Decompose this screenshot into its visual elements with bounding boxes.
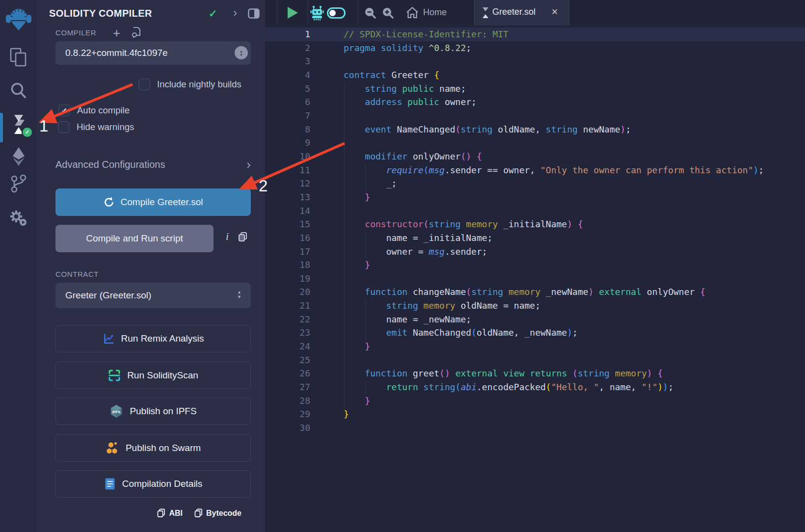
compile-button[interactable]: Compile Greeter.sol — [55, 188, 251, 216]
code-line[interactable]: pragma solidity ^0.8.22; — [344, 41, 764, 55]
code-line[interactable] — [344, 272, 764, 286]
code-line[interactable]: function greet() external view returns (… — [344, 367, 764, 380]
sidebar-item-git[interactable] — [0, 173, 37, 195]
code-line[interactable] — [344, 353, 764, 367]
auto-compile-checkbox[interactable]: ✓ — [58, 105, 70, 116]
settings-gears-icon — [8, 208, 29, 229]
panel-title: SOLIDITY COMPILER — [49, 8, 152, 19]
compile-and-run-button[interactable]: Compile and Run script — [55, 225, 214, 252]
line-number-gutter: 1234567891011121314151617181920212223242… — [265, 27, 310, 435]
code-editor[interactable]: 1234567891011121314151617181920212223242… — [265, 26, 805, 532]
run-remix-analysis-button[interactable]: Run Remix Analysis — [55, 325, 251, 352]
code-line[interactable]: constructor(string memory _initialName) … — [344, 217, 764, 231]
code-line[interactable] — [344, 109, 764, 123]
auto-compile-checkbox-row[interactable]: ✓ Auto compile — [58, 105, 130, 116]
hide-warnings-checkbox[interactable] — [58, 121, 70, 133]
tab-greeter-sol[interactable]: Greeter.sol ✕ — [474, 0, 569, 26]
chevron-right-icon: › — [246, 157, 251, 172]
panel-chevron-icon[interactable]: › — [233, 6, 237, 20]
copy-icon[interactable] — [238, 232, 247, 244]
publish-on-swarm-label: Publish on Swarm — [126, 443, 201, 453]
home-icon[interactable] — [405, 6, 419, 22]
code-line[interactable]: function changeName(string memory _newNa… — [344, 285, 764, 299]
sidebar-item-solidity-compiler[interactable]: ✓ — [0, 111, 37, 138]
compilation-details-button[interactable]: Compilation Details — [55, 470, 251, 498]
code-line[interactable]: } — [344, 407, 764, 421]
code-line[interactable]: name = _newName; — [344, 313, 764, 326]
code-line[interactable] — [344, 421, 764, 435]
line-number: 12 — [265, 177, 310, 190]
tab-home[interactable]: Home — [423, 7, 447, 18]
code-line[interactable]: require(msg.sender == owner, "Only the o… — [344, 163, 764, 177]
code-line[interactable]: // SPDX-License-Identifier: MIT — [344, 27, 764, 41]
code-line[interactable]: contract Greeter { — [344, 68, 764, 82]
toolbar-separator — [307, 0, 308, 26]
code-line[interactable]: string public name; — [344, 82, 764, 96]
swarm-hexagons-icon — [106, 441, 119, 455]
copy-icon — [157, 508, 165, 518]
line-number: 10 — [265, 150, 310, 163]
sidebar-item-file-explorer[interactable] — [0, 46, 37, 69]
code-line[interactable]: _; — [344, 177, 764, 190]
close-tab-icon[interactable]: ✕ — [551, 7, 558, 17]
ai-assistant-robot-icon[interactable] — [309, 5, 325, 23]
ai-copilot-toggle[interactable] — [327, 7, 346, 19]
code-line[interactable]: address public owner; — [344, 95, 764, 109]
code-line[interactable]: string memory oldName = name; — [344, 299, 764, 313]
line-number: 17 — [265, 245, 310, 259]
code-line[interactable] — [344, 136, 764, 150]
hide-warnings-checkbox-row[interactable]: Hide warnings — [58, 121, 134, 133]
license-file-icon[interactable] — [131, 27, 142, 40]
copy-abi-button[interactable]: ABI — [157, 508, 183, 518]
run-script-play-button[interactable] — [288, 7, 298, 19]
code-line[interactable] — [344, 54, 764, 68]
code-line[interactable]: } — [344, 394, 764, 408]
chart-line-icon — [103, 333, 115, 345]
code-line[interactable]: owner = msg.sender; — [344, 245, 764, 259]
line-number: 14 — [265, 204, 310, 218]
code-line[interactable]: } — [344, 190, 764, 204]
code-line[interactable]: return string(abi.encodePacked("Hello, "… — [344, 380, 764, 394]
include-nightly-checkbox-row[interactable]: Include nightly builds — [138, 79, 242, 90]
copy-bytecode-button[interactable]: Bytecode — [194, 508, 242, 518]
advanced-configurations-toggle[interactable]: Advanced Configurations › — [55, 157, 251, 172]
zoom-in-icon[interactable] — [382, 7, 394, 21]
code-line[interactable]: name = _initialName; — [344, 231, 764, 245]
add-compiler-icon[interactable]: + — [113, 26, 120, 41]
contract-section-label: CONTRACT — [55, 270, 99, 278]
line-number: 3 — [265, 54, 310, 68]
sidebar-item-deploy-and-run[interactable] — [0, 145, 37, 168]
sidebar-item-search[interactable] — [0, 80, 37, 102]
code-line[interactable] — [344, 204, 764, 218]
line-number: 27 — [265, 380, 310, 394]
line-number: 21 — [265, 299, 310, 313]
info-icon[interactable]: i — [222, 231, 232, 243]
code-line[interactable]: emit NameChanged(oldName, _newName); — [344, 326, 764, 340]
checkmark-icon: ✓ — [61, 106, 67, 114]
line-number: 9 — [265, 136, 310, 150]
run-remix-analysis-label: Run Remix Analysis — [121, 333, 204, 344]
compiler-version-select[interactable]: 0.8.22+commit.4fc1097e ▲▼ — [55, 41, 251, 65]
code-line[interactable]: } — [344, 340, 764, 353]
zoom-out-icon[interactable] — [364, 7, 376, 21]
svg-text:IPFS: IPFS — [112, 410, 121, 414]
search-icon — [9, 81, 28, 101]
contract-select[interactable]: Greeter (Greeter.sol) ▲▼ — [55, 283, 251, 308]
include-nightly-checkbox[interactable] — [138, 79, 150, 90]
publish-on-swarm-button[interactable]: Publish on Swarm — [55, 434, 251, 462]
code-content[interactable]: // SPDX-License-Identifier: MITpragma so… — [344, 27, 764, 435]
run-solidityscan-button[interactable]: Run SolidityScan — [55, 362, 251, 389]
remix-ide-window: ✓ — [0, 0, 805, 532]
code-line[interactable]: event NameChanged(string oldName, string… — [344, 123, 764, 136]
line-number: 4 — [265, 68, 310, 82]
code-line[interactable]: modifier onlyOwner() { — [344, 150, 764, 163]
publish-on-ipfs-button[interactable]: IPFS Publish on IPFS — [55, 398, 251, 425]
line-number: 16 — [265, 231, 310, 245]
ethereum-icon — [9, 146, 28, 167]
contract-select-value: Greeter (Greeter.sol) — [65, 290, 151, 301]
code-line[interactable]: } — [344, 258, 764, 272]
sidebar-item-settings[interactable] — [0, 206, 37, 231]
line-number: 8 — [265, 123, 310, 136]
pin-panel-icon[interactable] — [248, 8, 260, 22]
publish-on-ipfs-label: Publish on IPFS — [130, 406, 196, 417]
